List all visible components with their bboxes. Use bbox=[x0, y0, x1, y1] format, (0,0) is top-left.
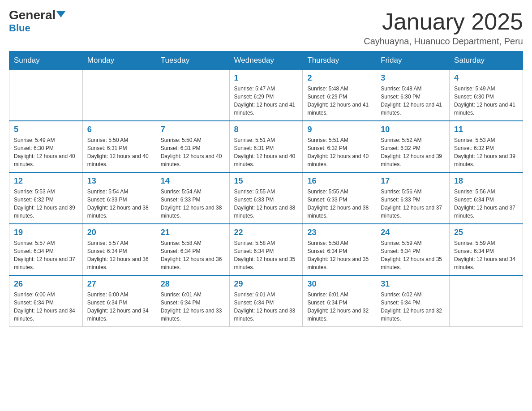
weekday-header-sunday: Sunday bbox=[9, 51, 83, 70]
day-number: 7 bbox=[161, 125, 225, 134]
day-number: 5 bbox=[14, 125, 78, 134]
day-info: Sunrise: 6:01 AMSunset: 6:34 PMDaylight:… bbox=[161, 291, 225, 323]
logo-triangle-icon bbox=[56, 11, 65, 17]
calendar-cell: 27Sunrise: 6:00 AMSunset: 6:34 PMDayligh… bbox=[82, 275, 156, 327]
day-number: 31 bbox=[381, 279, 445, 289]
day-number: 22 bbox=[234, 228, 298, 237]
title-section: January 2025 Cayhuayna, Huanuco Departme… bbox=[364, 9, 523, 47]
day-number: 2 bbox=[307, 73, 371, 83]
weekday-header-monday: Monday bbox=[82, 51, 156, 70]
calendar-cell: 8Sunrise: 5:51 AMSunset: 6:31 PMDaylight… bbox=[229, 121, 303, 172]
calendar-cell: 25Sunrise: 5:59 AMSunset: 6:34 PMDayligh… bbox=[450, 224, 523, 275]
day-info: Sunrise: 6:00 AMSunset: 6:34 PMDaylight:… bbox=[87, 291, 151, 323]
day-info: Sunrise: 5:48 AMSunset: 6:29 PMDaylight:… bbox=[307, 85, 371, 117]
day-info: Sunrise: 6:01 AMSunset: 6:34 PMDaylight:… bbox=[234, 291, 298, 323]
calendar-cell: 7Sunrise: 5:50 AMSunset: 6:31 PMDaylight… bbox=[156, 121, 229, 172]
day-info: Sunrise: 5:49 AMSunset: 6:30 PMDaylight:… bbox=[454, 85, 518, 117]
calendar-cell bbox=[9, 70, 83, 121]
calendar-cell: 3Sunrise: 5:48 AMSunset: 6:30 PMDaylight… bbox=[376, 70, 450, 121]
day-info: Sunrise: 5:59 AMSunset: 6:34 PMDaylight:… bbox=[381, 239, 445, 271]
day-number: 21 bbox=[161, 228, 225, 237]
day-info: Sunrise: 5:55 AMSunset: 6:33 PMDaylight:… bbox=[234, 188, 298, 220]
day-number: 3 bbox=[381, 73, 445, 83]
day-number: 17 bbox=[381, 176, 445, 186]
weekday-header-friday: Friday bbox=[376, 51, 450, 70]
calendar-cell: 10Sunrise: 5:52 AMSunset: 6:32 PMDayligh… bbox=[376, 121, 450, 172]
calendar-cell: 22Sunrise: 5:58 AMSunset: 6:34 PMDayligh… bbox=[229, 224, 303, 275]
day-number: 16 bbox=[307, 176, 371, 186]
calendar-cell: 24Sunrise: 5:59 AMSunset: 6:34 PMDayligh… bbox=[376, 224, 450, 275]
weekday-header-tuesday: Tuesday bbox=[156, 51, 229, 70]
calendar-cell: 23Sunrise: 5:58 AMSunset: 6:34 PMDayligh… bbox=[303, 224, 376, 275]
logo-name: General bbox=[9, 9, 65, 21]
calendar-week-row: 5Sunrise: 5:49 AMSunset: 6:30 PMDaylight… bbox=[9, 121, 523, 172]
calendar-cell: 9Sunrise: 5:51 AMSunset: 6:32 PMDaylight… bbox=[303, 121, 376, 172]
weekday-header-row: SundayMondayTuesdayWednesdayThursdayFrid… bbox=[9, 51, 523, 70]
weekday-header-thursday: Thursday bbox=[303, 51, 376, 70]
calendar-cell: 5Sunrise: 5:49 AMSunset: 6:30 PMDaylight… bbox=[9, 121, 83, 172]
day-number: 28 bbox=[161, 279, 225, 289]
day-info: Sunrise: 5:56 AMSunset: 6:33 PMDaylight:… bbox=[381, 188, 445, 220]
day-info: Sunrise: 5:58 AMSunset: 6:34 PMDaylight:… bbox=[234, 239, 298, 271]
calendar-week-row: 19Sunrise: 5:57 AMSunset: 6:34 PMDayligh… bbox=[9, 224, 523, 275]
day-info: Sunrise: 5:50 AMSunset: 6:31 PMDaylight:… bbox=[161, 136, 225, 168]
calendar-cell: 19Sunrise: 5:57 AMSunset: 6:34 PMDayligh… bbox=[9, 224, 83, 275]
day-info: Sunrise: 5:57 AMSunset: 6:34 PMDaylight:… bbox=[87, 239, 151, 271]
day-info: Sunrise: 5:58 AMSunset: 6:34 PMDaylight:… bbox=[307, 239, 371, 271]
calendar-cell: 18Sunrise: 5:56 AMSunset: 6:34 PMDayligh… bbox=[450, 172, 523, 224]
day-info: Sunrise: 5:54 AMSunset: 6:33 PMDaylight:… bbox=[161, 188, 225, 220]
day-info: Sunrise: 5:57 AMSunset: 6:34 PMDaylight:… bbox=[14, 239, 78, 271]
calendar-cell: 16Sunrise: 5:55 AMSunset: 6:33 PMDayligh… bbox=[303, 172, 376, 224]
day-number: 6 bbox=[87, 125, 151, 134]
day-number: 18 bbox=[454, 176, 518, 186]
day-number: 19 bbox=[14, 228, 78, 237]
day-info: Sunrise: 5:55 AMSunset: 6:33 PMDaylight:… bbox=[307, 188, 371, 220]
day-info: Sunrise: 6:00 AMSunset: 6:34 PMDaylight:… bbox=[14, 291, 78, 323]
day-number: 13 bbox=[87, 176, 151, 186]
month-title: January 2025 bbox=[364, 9, 523, 34]
day-number: 29 bbox=[234, 279, 298, 289]
day-info: Sunrise: 5:47 AMSunset: 6:29 PMDaylight:… bbox=[234, 85, 298, 117]
calendar-cell: 15Sunrise: 5:55 AMSunset: 6:33 PMDayligh… bbox=[229, 172, 303, 224]
day-info: Sunrise: 5:52 AMSunset: 6:32 PMDaylight:… bbox=[381, 136, 445, 168]
day-number: 24 bbox=[381, 228, 445, 237]
calendar-cell: 20Sunrise: 5:57 AMSunset: 6:34 PMDayligh… bbox=[82, 224, 156, 275]
calendar-cell: 2Sunrise: 5:48 AMSunset: 6:29 PMDaylight… bbox=[303, 70, 376, 121]
calendar-cell: 6Sunrise: 5:50 AMSunset: 6:31 PMDaylight… bbox=[82, 121, 156, 172]
day-info: Sunrise: 5:48 AMSunset: 6:30 PMDaylight:… bbox=[381, 85, 445, 117]
calendar-cell: 29Sunrise: 6:01 AMSunset: 6:34 PMDayligh… bbox=[229, 275, 303, 327]
day-number: 14 bbox=[161, 176, 225, 186]
day-number: 23 bbox=[307, 228, 371, 237]
day-number: 30 bbox=[307, 279, 371, 289]
day-number: 1 bbox=[234, 73, 298, 83]
calendar-cell bbox=[156, 70, 229, 121]
calendar-cell: 4Sunrise: 5:49 AMSunset: 6:30 PMDaylight… bbox=[450, 70, 523, 121]
day-number: 10 bbox=[381, 125, 445, 134]
page-header: General Blue January 2025 Cayhuayna, Hua… bbox=[9, 9, 523, 47]
calendar-cell: 21Sunrise: 5:58 AMSunset: 6:34 PMDayligh… bbox=[156, 224, 229, 275]
location-title: Cayhuayna, Huanuco Department, Peru bbox=[364, 36, 523, 47]
day-number: 9 bbox=[307, 125, 371, 134]
calendar-cell: 30Sunrise: 6:01 AMSunset: 6:34 PMDayligh… bbox=[303, 275, 376, 327]
calendar-week-row: 26Sunrise: 6:00 AMSunset: 6:34 PMDayligh… bbox=[9, 275, 523, 327]
calendar-cell: 26Sunrise: 6:00 AMSunset: 6:34 PMDayligh… bbox=[9, 275, 83, 327]
calendar-cell: 12Sunrise: 5:53 AMSunset: 6:32 PMDayligh… bbox=[9, 172, 83, 224]
day-info: Sunrise: 6:02 AMSunset: 6:34 PMDaylight:… bbox=[381, 291, 445, 323]
calendar-cell: 14Sunrise: 5:54 AMSunset: 6:33 PMDayligh… bbox=[156, 172, 229, 224]
calendar-cell: 28Sunrise: 6:01 AMSunset: 6:34 PMDayligh… bbox=[156, 275, 229, 327]
calendar-cell: 1Sunrise: 5:47 AMSunset: 6:29 PMDaylight… bbox=[229, 70, 303, 121]
day-info: Sunrise: 5:50 AMSunset: 6:31 PMDaylight:… bbox=[87, 136, 151, 168]
day-number: 4 bbox=[454, 73, 518, 83]
day-number: 20 bbox=[87, 228, 151, 237]
day-info: Sunrise: 5:51 AMSunset: 6:31 PMDaylight:… bbox=[234, 136, 298, 168]
calendar-week-row: 1Sunrise: 5:47 AMSunset: 6:29 PMDaylight… bbox=[9, 70, 523, 121]
day-number: 15 bbox=[234, 176, 298, 186]
calendar-week-row: 12Sunrise: 5:53 AMSunset: 6:32 PMDayligh… bbox=[9, 172, 523, 224]
day-number: 11 bbox=[454, 125, 518, 134]
day-info: Sunrise: 6:01 AMSunset: 6:34 PMDaylight:… bbox=[307, 291, 371, 323]
day-info: Sunrise: 5:53 AMSunset: 6:32 PMDaylight:… bbox=[454, 136, 518, 168]
calendar-cell: 11Sunrise: 5:53 AMSunset: 6:32 PMDayligh… bbox=[450, 121, 523, 172]
day-info: Sunrise: 5:53 AMSunset: 6:32 PMDaylight:… bbox=[14, 188, 78, 220]
calendar-table: SundayMondayTuesdayWednesdayThursdayFrid… bbox=[9, 51, 523, 327]
calendar-cell bbox=[450, 275, 523, 327]
